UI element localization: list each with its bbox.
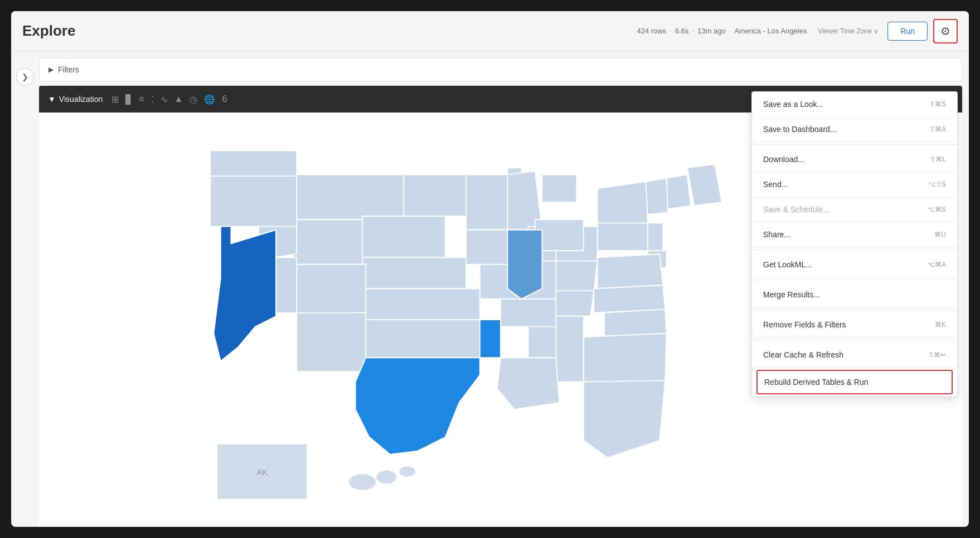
menu-item-shortcut: ⇧⌘L [930,155,946,163]
menu-item-shortcut: ⇧⌘A [929,125,946,133]
menu-item-label: Rebuild Derived Tables & Run [764,378,869,387]
svg-marker-8 [646,178,668,215]
svg-marker-29 [362,288,480,320]
menu-item-get-lookml[interactable]: Get LookML... ⌥⌘A [752,252,957,277]
menu-divider-4 [752,310,957,310]
menu-item-label: Save to Dashboard... [763,125,837,134]
svg-marker-2 [404,175,466,216]
menu-item-label: Send... [763,180,788,189]
filters-bar: ▶ Filters [39,58,962,81]
svg-marker-18 [594,285,665,313]
svg-marker-1 [293,175,404,220]
scatter-icon[interactable]: ⁚ [151,94,154,105]
svg-point-46 [399,466,416,477]
app-window: Explore 424 rows · 6.6s · 13m ago · Amer… [11,11,969,527]
content-area: ❯ ▶ Filters ▼ Visualization ⊞ [11,51,969,527]
run-button[interactable]: Run [887,22,928,41]
illinois-state [507,230,542,299]
svg-marker-32 [297,313,366,371]
menu-item-remove-fields[interactable]: Remove Fields & Filters ⌘K [752,312,957,338]
dot1: · [669,27,672,35]
menu-item-label: Save & Schedule... [763,205,829,214]
filters-arrow-icon: ▶ [48,66,54,74]
filters-label: Filters [58,65,79,74]
menu-item-label: Save as a Look... [763,100,823,109]
table-icon[interactable]: ⊞ [111,94,119,105]
svg-marker-9 [598,182,648,227]
sidebar-toggle-button[interactable]: ❯ [16,68,34,86]
row-count: 424 rows [637,27,667,35]
sidebar-toggle-area: ❯ [11,51,39,527]
svg-text:AK: AK [256,468,268,477]
outer-frame: Explore 424 rows · 6.6s · 13m ago · Amer… [0,0,980,538]
svg-point-45 [376,470,397,484]
svg-point-44 [348,474,376,491]
gear-button[interactable]: ⚙ [933,19,958,43]
viz-icon-group: ⊞ ▊ ≡ ⁚ ∿ ▲ ◷ 🌐 6 [111,94,227,105]
svg-marker-31 [297,265,366,313]
svg-marker-19 [604,309,667,337]
header: Explore 424 rows · 6.6s · 13m ago · Amer… [11,11,969,51]
more-icon[interactable]: 6 [222,94,227,104]
svg-marker-38 [210,150,297,176]
chevron-right-icon: ❯ [22,72,28,81]
time-ago: 13m ago [697,27,726,35]
location: America - Los Angeles [734,27,807,35]
svg-marker-10 [598,223,648,251]
bar-chart-icon[interactable]: ▊ [125,94,132,105]
menu-item-send[interactable]: Send... ⌥⇧S [752,172,957,197]
menu-item-label: Get LookML... [763,260,812,269]
menu-divider-5 [752,340,957,340]
timezone-label: Viewer Time Zone ∨ [818,27,879,35]
menu-item-save-dashboard[interactable]: Save to Dashboard... ⇧⌘A [752,117,957,142]
menu-divider-1 [752,144,957,145]
menu-item-merge-results[interactable]: Merge Results... [752,282,957,307]
visualization-label: ▼ Visualization [48,95,103,104]
svg-marker-37 [210,175,297,227]
svg-marker-11 [648,223,663,251]
gear-icon: ⚙ [940,25,950,38]
svg-marker-17 [598,254,663,288]
menu-item-download[interactable]: Download... ⇧⌘L [752,147,957,172]
menu-item-rebuild-derived[interactable]: Rebuild Derived Tables & Run [756,370,953,394]
dot3: · [729,27,731,35]
menu-item-shortcut: ⌘K [935,321,946,329]
svg-marker-30 [293,219,362,265]
menu-item-shortcut: ⌥⌘A [927,261,946,268]
dot2: · [692,27,695,35]
query-time: 6.6s [675,27,689,35]
menu-item-shortcut: ⇧⌘↩ [928,351,946,359]
menu-divider-3 [752,280,957,280]
viz-arrow-icon: ▼ [48,95,56,104]
timezone-wrapper: Viewer Time Zone ∨ [818,27,879,35]
svg-marker-5 [542,175,576,203]
menu-item-shortcut: ⌘U [934,231,946,238]
line-icon[interactable]: ∿ [161,94,168,105]
page-title: Explore [22,22,75,40]
map-icon[interactable]: 🌐 [204,94,215,105]
menu-item-shortcut: ⌥⌘S [927,206,946,213]
svg-marker-22 [556,316,584,382]
alaska-state: AK [217,444,307,499]
dropdown-menu: Save as a Look... ⇧⌘S Save to Dashboard.… [751,91,958,397]
svg-marker-28 [362,257,466,288]
svg-marker-20 [584,334,667,382]
menu-divider-2 [752,250,957,250]
area-icon[interactable]: ▲ [174,94,183,104]
menu-item-label: Download... [763,155,804,164]
list-icon[interactable]: ≡ [139,94,144,104]
svg-marker-7 [667,175,691,209]
menu-item-label: Clear Cache & Refresh [763,350,843,359]
header-meta: 424 rows · 6.6s · 13m ago · America - Lo… [637,27,807,35]
svg-marker-27 [362,216,445,257]
menu-item-label: Merge Results... [763,290,820,299]
menu-item-shortcut: ⌥⇧S [928,180,946,188]
menu-item-share[interactable]: Share... ⌘U [752,222,957,247]
menu-item-shortcut: ⇧⌘S [929,100,946,108]
menu-item-label: Share... [763,230,790,239]
menu-item-clear-cache[interactable]: Clear Cache & Refresh ⇧⌘↩ [752,343,957,368]
menu-item-save-look[interactable]: Save as a Look... ⇧⌘S [752,92,957,117]
pie-icon[interactable]: ◷ [190,94,197,105]
menu-item-save-schedule[interactable]: Save & Schedule... ⌥⌘S [752,197,957,222]
menu-item-label: Remove Fields & Filters [763,320,846,329]
